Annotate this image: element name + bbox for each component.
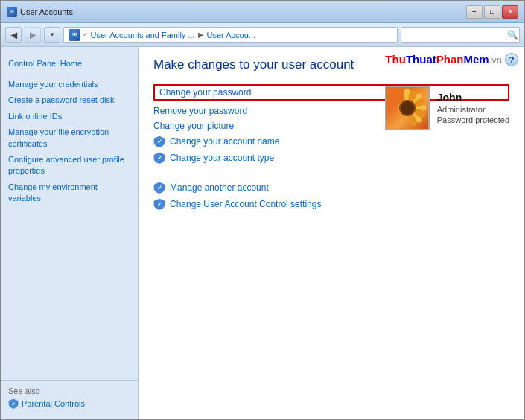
search-input[interactable] [401,27,520,43]
manage-another-account-action[interactable]: ✓ Manage another account [153,181,509,194]
change-account-type-action[interactable]: ✓ Change your account type [153,151,509,165]
avatar-flower-icon [386,87,428,129]
see-also-label: See also [8,386,130,395]
dropdown-button[interactable]: ▼ [44,27,60,43]
help-icon[interactable]: ? [505,53,518,66]
parental-controls-link[interactable]: ✓ Parental Controls [8,398,130,409]
page-title: Make changes to your user account [153,57,509,72]
shield-icon-manage-another: ✓ [153,182,165,194]
change-account-type-label: Change your account type [170,153,274,163]
maximize-button[interactable]: □ [484,5,500,19]
sidebar-item-file-encryption[interactable]: Manage your file encryption certificates [1,124,138,152]
shield-icon-account-type: ✓ [153,152,165,164]
remove-password-label: Remove your password [153,106,247,116]
title-bar-controls: − □ ✕ [466,5,518,19]
title-bar: ⊞ User Accounts − □ ✕ [1,1,524,23]
back-button[interactable]: ◀ [5,27,22,43]
shield-icon-account-name: ✓ [153,136,165,147]
change-uac-label: Change User Account Control settings [170,199,321,209]
address-bar: ◀ ▶ ▼ ⊞ « User Accounts and Family ... ▶… [1,23,524,47]
search-wrapper: 🔍 [401,27,520,43]
svg-text:✓: ✓ [157,139,162,145]
user-status: Password protected [437,115,509,124]
breadcrumb-bar[interactable]: ⊞ « User Accounts and Family ... ▶ User … [63,27,398,43]
user-role: Administrator [437,105,509,114]
shield-icon: ✓ [8,398,19,409]
sidebar-item-link-online[interactable]: Link online IDs [1,109,138,124]
user-name: John [437,92,509,104]
user-avatar [385,86,430,130]
sidebar-see-also: See also ✓ Parental Controls [1,380,138,412]
svg-point-11 [401,101,414,115]
change-account-name-label: Change your account name [170,136,279,147]
breadcrumb-chevron: « [83,31,88,39]
sidebar-home-link[interactable]: Control Panel Home [1,54,138,71]
breadcrumb-part1[interactable]: User Accounts and Family ... [91,31,195,39]
svg-text:✓: ✓ [157,155,162,162]
change-uac-action[interactable]: ✓ Change User Account Control settings [153,197,509,211]
minimize-button[interactable]: − [466,5,483,19]
search-icon[interactable]: 🔍 [506,28,518,42]
svg-text:✓: ✓ [157,201,162,208]
sidebar-item-manage-credentials[interactable]: Manage your credentials [1,77,138,92]
content-panel: ? ThuThuatPhanMem.vn Make changes to you… [139,47,524,419]
breadcrumb-part2[interactable]: User Accou... [207,31,255,39]
user-info: John Administrator Password protected [437,92,509,124]
svg-text:✓: ✓ [157,185,162,191]
user-card: John Administrator Password protected [385,86,509,130]
title-bar-left: ⊞ User Accounts [7,7,73,17]
window-icon: ⊞ [7,7,17,17]
sidebar: Control Panel Home Manage your credentia… [1,47,139,419]
folder-icon: ⊞ [69,29,80,41]
change-password-label: Change your password [159,87,251,98]
forward-button[interactable]: ▶ [25,27,41,43]
main-layout: Control Panel Home Manage your credentia… [1,47,524,419]
svg-text:✓: ✓ [11,401,16,407]
change-picture-label: Change your picture [153,121,234,131]
shield-icon-uac: ✓ [153,198,165,210]
manage-another-label: Manage another account [170,182,269,193]
sidebar-item-env-vars[interactable]: Change my environment variables [1,179,138,207]
window-title: User Accounts [20,7,73,16]
avatar-image [386,87,428,129]
change-account-name-action[interactable]: ✓ Change your account name [153,135,509,148]
close-button[interactable]: ✕ [502,5,518,19]
sidebar-item-configure-advanced[interactable]: Configure advanced user profile properti… [1,152,138,179]
breadcrumb-arrow: ▶ [198,31,204,39]
sidebar-item-create-password[interactable]: Create a password reset disk [1,92,138,108]
main-window: ⊞ User Accounts − □ ✕ ◀ ▶ ▼ ⊞ « User Acc… [0,0,525,420]
